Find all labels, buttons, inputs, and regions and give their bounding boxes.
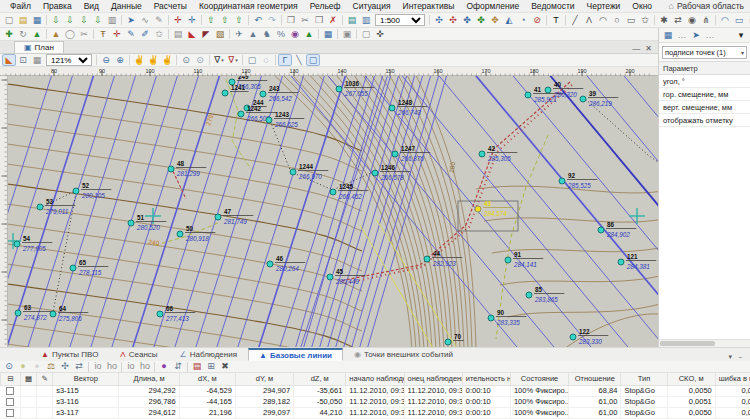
arc-tool-icon[interactable]: ◠ xyxy=(596,14,610,26)
sheet-1-icon[interactable]: ▤ xyxy=(171,28,185,40)
panel-menu-caret[interactable]: ▾ xyxy=(734,29,748,41)
column-header[interactable]: шибка в пла xyxy=(715,373,750,385)
preview-icon[interactable]: ▣ xyxy=(340,28,354,40)
text-tool-icon[interactable]: T xyxy=(549,14,563,26)
column-header[interactable]: dZ, м xyxy=(294,373,346,385)
db-view-icon[interactable]: ▦ xyxy=(321,28,335,40)
column-header[interactable]: ительность наб xyxy=(462,373,510,385)
note-column-header[interactable]: ✎ xyxy=(37,373,53,385)
recalc-icon[interactable]: ⇵ xyxy=(171,361,185,373)
move-canvas-icon[interactable]: ✜ xyxy=(373,28,387,40)
table-row[interactable]: s3-116296,786-44,165289,182-50,05011.12.… xyxy=(1,396,750,407)
param-row-1[interactable]: угол, ° xyxy=(659,75,750,88)
save-project-icon[interactable]: ▦ xyxy=(30,14,44,26)
frame-object-1-icon[interactable]: ▭ xyxy=(732,14,746,26)
symbol-2-icon[interactable]: ⇄ xyxy=(671,14,685,26)
polyline-tool-icon[interactable]: ∿ xyxy=(138,14,152,26)
sphere-icon[interactable]: ◉ xyxy=(288,28,302,40)
draw-line-1-icon[interactable]: ✎ xyxy=(124,28,138,40)
menu-item-7[interactable]: Рельеф xyxy=(304,1,347,11)
symbol-1-icon[interactable]: ✱ xyxy=(657,14,671,26)
object-selector-dropdown[interactable]: подписи точек (1) ▾ xyxy=(662,46,747,59)
table-grid-icon[interactable]: ⊞ xyxy=(204,361,218,373)
pick-object-icon[interactable]: ➤ xyxy=(689,29,703,41)
search-area-icon[interactable]: ◯ xyxy=(63,28,77,40)
import-xyz-icon[interactable]: ⇩ xyxy=(91,14,105,26)
scale-select[interactable]: 1:500 xyxy=(375,14,425,26)
import-dxf-icon[interactable]: ⇩ xyxy=(77,14,91,26)
param-row-2[interactable]: гор. смещение, мм xyxy=(659,88,750,101)
menu-item-6[interactable]: Координатная геометрия xyxy=(193,1,304,11)
frame-mode-icon[interactable]: ▢ xyxy=(306,54,320,66)
cut-icon[interactable]: ✂ xyxy=(298,14,312,26)
menu-item-8[interactable]: Ситуация xyxy=(347,1,397,11)
zoom-select[interactable]: 121% xyxy=(46,54,92,66)
delete-icon[interactable]: ✗ xyxy=(326,14,340,26)
properties-hscrollbar[interactable] xyxy=(659,339,750,347)
frame-object-2-icon[interactable]: ▭ xyxy=(746,14,750,26)
station-add-icon[interactable]: ▲ xyxy=(30,28,44,40)
import-gnss-icon[interactable]: ⇩ xyxy=(49,14,63,26)
line-tool-icon[interactable]: ╱ xyxy=(568,14,582,26)
frame-select-icon[interactable]: ▢ xyxy=(359,28,373,40)
surface-icon[interactable]: ▲ xyxy=(302,28,316,40)
tab-наблюдения[interactable]: ∠Наблюдения xyxy=(169,348,248,361)
menu-item-13[interactable]: Окно xyxy=(626,1,658,11)
export-dxf-icon[interactable]: ⇧ xyxy=(218,14,232,26)
new-document-icon[interactable]: ▢ xyxy=(2,14,16,26)
fly-to-icon[interactable]: ✈ xyxy=(232,28,246,40)
import-xml-icon[interactable]: ⇩ xyxy=(63,14,77,26)
window-close-button[interactable]: ✕ xyxy=(645,44,652,53)
export-xml-icon[interactable]: ⇧ xyxy=(204,14,218,26)
paste-icon[interactable]: ❒ xyxy=(312,14,326,26)
panel-mini-control[interactable]: ▾ xyxy=(728,353,732,361)
label-from-2-icon[interactable]: io xyxy=(124,361,138,373)
ortho-mode-icon[interactable]: Γ xyxy=(278,54,292,66)
column-header[interactable]: Длина, м xyxy=(119,373,179,385)
balance-icon[interactable]: ⚖ xyxy=(44,361,58,373)
symbol-4-icon[interactable]: ⋔ xyxy=(699,14,713,26)
label-to-1-icon[interactable]: ho xyxy=(105,361,119,373)
flag-dark-icon[interactable]: ◤ xyxy=(199,28,213,40)
window-minimize-button[interactable]: — xyxy=(632,44,640,53)
pair-points-icon[interactable]: ✣ xyxy=(58,361,72,373)
angle-tool-icon[interactable]: Λ xyxy=(582,14,596,26)
table-row[interactable]: s3-117294,61221,196299,09744,21011.12.20… xyxy=(1,407,750,418)
symbol-3-icon[interactable]: ◉ xyxy=(685,14,699,26)
point-style-5-icon[interactable]: ✥ xyxy=(488,14,502,26)
enable-all-icon[interactable]: ● xyxy=(16,361,30,373)
pan-hand-back-icon[interactable]: ✌ xyxy=(146,54,160,66)
polygon-tool-icon[interactable]: ✩ xyxy=(638,14,652,26)
param-row-4[interactable]: отображать отметку xyxy=(659,114,750,127)
table-row[interactable]: s3-115294,292-64,529294,907-35,66111.12.… xyxy=(1,385,750,396)
circle-tool-icon[interactable]: ○ xyxy=(610,14,624,26)
column-header[interactable]: Состояние xyxy=(510,373,568,385)
layers-icon[interactable]: ▤ xyxy=(345,14,359,26)
draw-line-2-icon[interactable]: ✐ xyxy=(138,28,152,40)
pan-hand-icon[interactable]: ✌ xyxy=(132,54,146,66)
menu-item-1[interactable]: Файл xyxy=(4,1,37,11)
sheet-2-icon[interactable]: ▧ xyxy=(213,28,227,40)
import-table-icon[interactable]: ▥ xyxy=(105,14,119,26)
param-row-3[interactable]: верт. смещение, мм xyxy=(659,101,750,114)
create-point-icon[interactable]: ✛ xyxy=(171,14,185,26)
scrollbar-thumb[interactable] xyxy=(660,341,715,346)
menu-item-10[interactable]: Оформление xyxy=(460,1,525,11)
export-mif-icon[interactable]: ⇧ xyxy=(232,14,246,26)
traverse-refresh-icon[interactable]: ↻ xyxy=(16,28,30,40)
menu-item-5[interactable]: Расчеты xyxy=(148,1,193,11)
filter-clear-icon[interactable]: ∇▾ xyxy=(226,54,240,66)
select-column-header[interactable]: ⊟ xyxy=(1,373,21,385)
column-settings-icon[interactable]: ✖ xyxy=(218,361,232,373)
tab-plan[interactable]: ▣ План xyxy=(14,41,64,53)
row-checkbox[interactable] xyxy=(6,387,14,395)
column-header[interactable]: dX, м xyxy=(179,373,235,385)
column-header[interactable]: онец наблюдени xyxy=(404,373,462,385)
properties-more-icon[interactable]: … xyxy=(675,29,689,41)
pan-hand-fwd-icon[interactable]: ✌ xyxy=(160,54,174,66)
traverse-add-icon[interactable]: ✚ xyxy=(2,28,16,40)
menu-item-11[interactable]: Ведомости xyxy=(525,1,580,11)
zoom-out-icon[interactable]: ⊖ xyxy=(99,54,113,66)
point-style-2-icon[interactable]: ✣ xyxy=(446,14,460,26)
model-horse-icon[interactable]: ♞ xyxy=(260,28,274,40)
